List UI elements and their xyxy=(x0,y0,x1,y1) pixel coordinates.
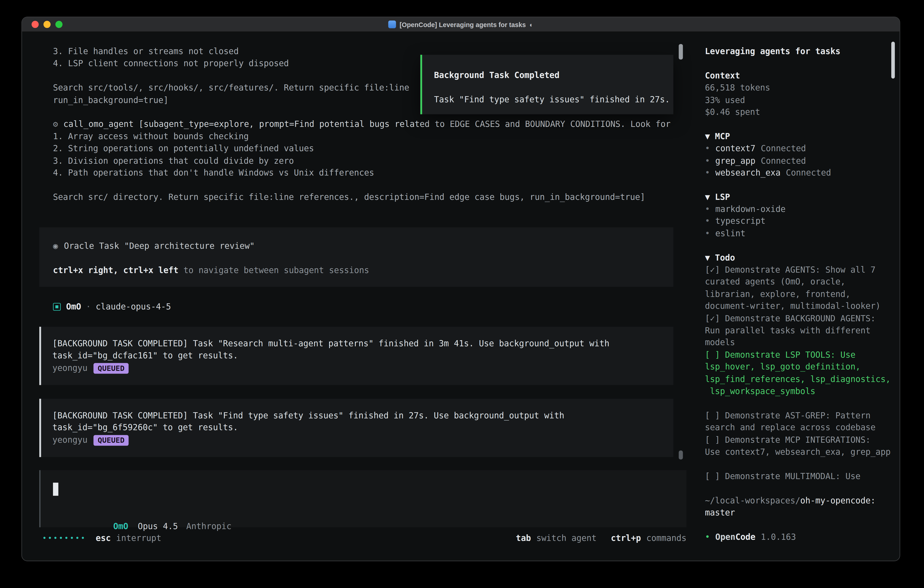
context-tokens: 66,518 tokens xyxy=(705,82,892,94)
spinner-dots: •••••••• xyxy=(42,532,86,544)
todo-item-active: [ ] Demonstrate LSP TOOLS: Use lsp_hover… xyxy=(705,349,892,397)
todo-item-done: [✓] Demonstrate BACKGROUND AGENTS: Run p… xyxy=(705,312,892,349)
tool-call-text: call_omo_agent [subagent_type=explore, p… xyxy=(63,119,671,129)
blank-line xyxy=(705,458,892,470)
blank-line xyxy=(705,482,892,494)
bullet-icon: • xyxy=(705,216,710,226)
blank-line xyxy=(434,81,673,93)
background-task-toast[interactable]: Background Task Completed Task "Find typ… xyxy=(421,55,673,114)
lsp-item-name: typescript xyxy=(715,216,766,226)
message-author: yeongyu xyxy=(52,435,87,444)
blank-line xyxy=(53,252,659,264)
mcp-item-name: context7 xyxy=(715,144,756,153)
bullet-icon: • xyxy=(705,144,710,153)
oracle-task-title: Oracle Task "Deep architecture review" xyxy=(64,241,255,251)
traffic-lights xyxy=(31,21,63,28)
tab-key-label: switch agent xyxy=(536,532,597,544)
task-completed-message[interactable]: [BACKGROUND TASK COMPLETED] Task "Resear… xyxy=(40,327,673,385)
task-completed-message[interactable]: [BACKGROUND TASK COMPLETED] Task "Find t… xyxy=(40,399,673,457)
todo-item-pending: [ ] Demonstrate MCP INTEGRATIONS: Use co… xyxy=(705,434,892,458)
context-used: 33% used xyxy=(705,94,892,106)
brand-code: Code xyxy=(735,532,755,542)
message-line: [BACKGROUND TASK COMPLETED] Task "Find t… xyxy=(52,410,662,421)
mcp-item-name: websearch_exa xyxy=(715,168,780,177)
prompt-input[interactable]: OmOOpus 4.5Anthropic xyxy=(40,470,686,527)
model-status-line: OmOOpus 4.5Anthropic xyxy=(53,508,231,520)
bullet-icon: • xyxy=(705,532,710,542)
minimize-window-button[interactable] xyxy=(43,21,51,28)
toast-body: Task "Find type safety issues" finished … xyxy=(434,93,673,105)
agent-model: claude-opus-4-5 xyxy=(96,301,171,313)
hint-text: to navigate between subagent sessions xyxy=(178,265,369,275)
gear-icon: ⚙ xyxy=(53,119,58,129)
status-bar: •••••••• esc interrupt tab switch agent … xyxy=(42,532,686,545)
context-heading: Context xyxy=(705,69,892,82)
text-cursor xyxy=(53,483,58,496)
message-meta: yeongyuQUEUED xyxy=(52,362,662,374)
app-version: 1.0.163 xyxy=(761,532,796,542)
oracle-task-title-line: ◉Oracle Task "Deep architecture review" xyxy=(53,240,659,252)
bullet-icon: • xyxy=(705,155,710,165)
window-titlebar[interactable]: [OpenCode] Leveraging agents for tasks ◐ xyxy=(22,17,900,32)
message-line: task_id="bg_6f59260c" to get results. xyxy=(52,421,662,434)
brand-open: Open xyxy=(715,532,735,542)
ctrlp-key-label: commands xyxy=(647,532,686,544)
oracle-task-card[interactable]: ◉Oracle Task "Deep architecture review" … xyxy=(40,227,673,287)
terminal-line: 3. Division operations that could divide… xyxy=(53,154,678,167)
terminal-line: 4. Path operations that don't handle Win… xyxy=(53,167,678,179)
lsp-item-name: markdown-oxide xyxy=(715,204,785,214)
agent-icon-dot xyxy=(56,305,58,308)
desktop: [OpenCode] Leveraging agents for tasks ◐… xyxy=(0,0,924,588)
separator-dot: · xyxy=(86,301,91,313)
blank-line xyxy=(705,519,892,531)
opencode-window: [OpenCode] Leveraging agents for tasks ◐… xyxy=(21,17,900,561)
mcp-item: •grep_appConnected xyxy=(705,154,892,167)
session-title: Leveraging agents for tasks xyxy=(705,45,892,57)
queued-badge: QUEUED xyxy=(94,363,129,373)
agent-icon xyxy=(53,303,61,311)
workspace-path: ~/local-workspaces/ xyxy=(705,496,800,505)
close-window-button[interactable] xyxy=(31,21,39,28)
mcp-item-name: grep_app xyxy=(715,155,756,165)
workspace-repo: oh-my-opencode: xyxy=(800,496,876,505)
blank-line xyxy=(705,397,892,409)
todo-item-pending: [ ] Demonstrate MULTIMODAL: Use xyxy=(705,470,892,482)
app-icon xyxy=(388,20,396,28)
esc-key-label: interrupt xyxy=(116,532,162,544)
todo-item-done: [✓] Demonstrate AGENTS: Show all 7 curat… xyxy=(705,264,892,312)
terminal-scrollbar-thumb[interactable] xyxy=(679,44,683,59)
message-line: task_id="bg_dcfac161" to get results. xyxy=(52,350,662,362)
mcp-item-status: Connected xyxy=(761,144,806,153)
hint-keys: ctrl+x right, ctrl+x left xyxy=(53,265,178,275)
message-author: yeongyu xyxy=(52,363,87,372)
provider-label: Anthropic xyxy=(186,521,231,531)
toast-title: Background Task Completed xyxy=(434,69,673,81)
terminal-scrollbar-thumb[interactable] xyxy=(679,451,683,459)
lsp-item: •eslint xyxy=(705,227,892,239)
terminal-pane[interactable]: 3. File handles or streams not closed 4.… xyxy=(22,32,696,560)
bullet-icon: • xyxy=(705,228,710,238)
agent-session-header[interactable]: OmO · claude-opus-4-5 xyxy=(53,301,171,313)
message-meta: yeongyuQUEUED xyxy=(52,434,662,446)
esc-key-hint: esc xyxy=(96,532,111,544)
ctrlp-key-hint: ctrl+p xyxy=(611,532,641,544)
todo-item-pending: [ ] Demonstrate AST-GREP: Pattern search… xyxy=(705,409,892,434)
lsp-item: •markdown-oxide xyxy=(705,203,892,215)
app-version-line: •OpenCode1.0.163 xyxy=(705,531,892,543)
lsp-section-heading[interactable]: ▼ LSP xyxy=(705,191,892,203)
todo-section-heading[interactable]: ▼ Todo xyxy=(705,251,892,264)
workspace-branch: master xyxy=(705,507,892,519)
mcp-item: •websearch_exaConnected xyxy=(705,167,892,179)
zoom-window-button[interactable] xyxy=(56,21,63,28)
lsp-item: •typescript xyxy=(705,215,892,227)
active-model-label: Opus 4.5 xyxy=(138,521,178,531)
active-agent-label: OmO xyxy=(113,521,128,531)
message-line: [BACKGROUND TASK COMPLETED] Task "Resear… xyxy=(52,337,662,350)
sidebar-scrollbar-thumb[interactable] xyxy=(891,41,895,78)
oracle-icon: ◉ xyxy=(53,241,58,251)
lsp-item-name: eslint xyxy=(715,228,745,238)
session-sidebar: Leveraging agents for tasks Context 66,5… xyxy=(696,32,900,560)
mcp-section-heading[interactable]: ▼ MCP xyxy=(705,130,892,142)
window-content: 3. File handles or streams not closed 4.… xyxy=(22,32,900,560)
tool-call-line: ⚙call_omo_agent [subagent_type=explore, … xyxy=(53,118,678,130)
